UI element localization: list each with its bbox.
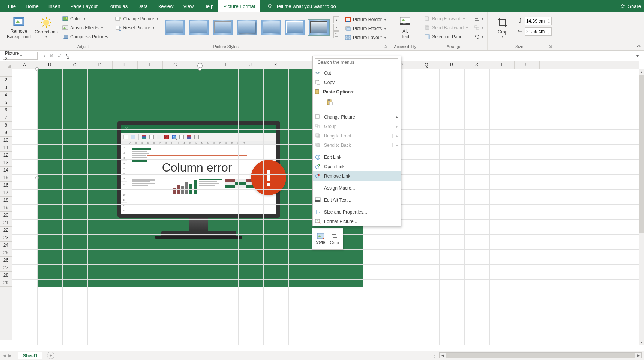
ctx-open-link[interactable]: Open Link [313, 162, 401, 171]
tab-help[interactable]: Help [198, 0, 218, 12]
chevron-down-icon[interactable]: ▾ [20, 54, 36, 57]
row-header-24[interactable]: 24 [0, 242, 12, 249]
row-header-17[interactable]: 17 [0, 189, 12, 197]
style-thumb-4[interactable] [237, 20, 257, 35]
new-sheet-button[interactable]: ＋ [47, 352, 54, 359]
col-header-C[interactable]: C [62, 61, 87, 69]
collapse-ribbon-button[interactable] [635, 43, 642, 49]
row-header-12[interactable]: 12 [0, 152, 12, 159]
sheet-tab-1[interactable]: Sheet1 [18, 352, 42, 359]
height-input[interactable]: ▴▾ [525, 17, 552, 25]
row-header-13[interactable]: 13 [0, 159, 12, 167]
color-button[interactable]: Color▾ [61, 15, 110, 23]
scroll-down-button[interactable]: ▾ [639, 339, 644, 345]
rotate-button[interactable]: ▾ [473, 33, 485, 41]
height-down[interactable]: ▾ [546, 21, 551, 25]
ctx-assign-macro[interactable]: Assign Macro... [313, 183, 401, 193]
style-thumb-5[interactable] [261, 20, 281, 35]
change-picture-button[interactable]: Change Picture▾ [114, 15, 160, 23]
align-button[interactable]: ▾ [473, 15, 485, 23]
row-header-2[interactable]: 2 [0, 77, 12, 84]
width-up[interactable]: ▴ [546, 28, 551, 32]
row-header-9[interactable]: 9 [0, 129, 12, 137]
tab-insert[interactable]: Insert [44, 0, 66, 12]
row-header-26[interactable]: 26 [0, 257, 12, 264]
col-header-A[interactable]: A [12, 61, 37, 69]
ctx-copy[interactable]: Copy [313, 78, 401, 87]
tab-picture-format[interactable]: Picture Format [218, 0, 260, 12]
row-header-7[interactable]: 7 [0, 114, 12, 122]
row-header-18[interactable]: 18 [0, 197, 12, 204]
tell-me-search[interactable]: Tell me what you want to do [267, 3, 336, 9]
tab-data[interactable]: Data [132, 0, 152, 12]
select-all-corner[interactable] [0, 61, 12, 69]
tab-file[interactable]: File [3, 0, 21, 12]
tab-scroll-split[interactable]: ⋮ [432, 353, 437, 358]
row-header-11[interactable]: 11 [0, 144, 12, 152]
scroll-left-button[interactable]: ◀ [440, 353, 446, 358]
gallery-up-button[interactable]: ▴ [333, 16, 339, 23]
compress-pictures-button[interactable]: Compress Pictures [61, 33, 110, 41]
ctx-change-picture[interactable]: Change Picture▶ [313, 112, 401, 122]
style-thumb-1[interactable] [165, 20, 185, 35]
col-header-Q[interactable]: Q [414, 61, 439, 69]
formula-dropdown[interactable]: ▾ [44, 54, 45, 58]
sheet-nav-next[interactable]: ▶ [8, 352, 12, 359]
selection-pane-button[interactable]: Selection Pane [423, 33, 469, 41]
row-header-27[interactable]: 27 [0, 264, 12, 272]
ctx-edit-link[interactable]: Edit Link [313, 152, 401, 162]
tab-view[interactable]: View [178, 0, 198, 12]
width-down[interactable]: ▾ [546, 32, 551, 35]
alt-text-button[interactable]: ABC Alt Text [392, 14, 418, 41]
row-header-4[interactable]: 4 [0, 92, 12, 99]
row-header-16[interactable]: 16 [0, 182, 12, 189]
col-header-K[interactable]: K [263, 61, 288, 69]
col-header-E[interactable]: E [113, 61, 138, 69]
row-header-28[interactable]: 28 [0, 272, 12, 279]
tab-home[interactable]: Home [21, 0, 44, 12]
style-thumb-2[interactable] [189, 20, 209, 35]
col-header-B[interactable]: B [37, 61, 62, 69]
picture-effects-button[interactable]: Picture Effects▾ [344, 24, 387, 33]
ctx-edit-alt-text[interactable]: Edit Alt Text... [313, 195, 401, 205]
row-header-19[interactable]: 19 [0, 204, 12, 212]
row-header-3[interactable]: 3 [0, 84, 12, 92]
tab-formulas[interactable]: Formulas [102, 0, 132, 12]
reset-picture-button[interactable]: Reset Picture▾ [114, 24, 160, 32]
width-input[interactable]: ▴▾ [525, 27, 552, 36]
col-header-U[interactable]: U [515, 61, 540, 69]
col-header-D[interactable]: D [87, 61, 113, 69]
col-header-G[interactable]: G [163, 61, 188, 69]
scroll-right-button[interactable]: ▶ [635, 353, 641, 358]
col-header-J[interactable]: J [238, 61, 263, 69]
ctx-size-properties[interactable]: Size and Properties... [313, 207, 401, 217]
row-header-6[interactable]: 6 [0, 107, 12, 114]
artistic-effects-button[interactable]: Artistic Effects▾ [61, 24, 110, 32]
row-header-10[interactable]: 10 [0, 137, 12, 144]
name-box[interactable]: Picture 2▾ [3, 52, 38, 60]
row-header-1[interactable]: 1 [0, 69, 12, 77]
vertical-scrollbar[interactable]: ▴ ▾ [639, 69, 644, 345]
hscroll-thumb[interactable] [446, 353, 635, 358]
remove-background-button[interactable]: Remove Background [6, 14, 32, 41]
ctx-remove-link[interactable]: Remove Link [313, 171, 401, 181]
horizontal-scrollbar[interactable]: ◀ ▶ [439, 352, 642, 358]
style-thumb-3[interactable] [213, 20, 233, 35]
paste-option-button[interactable] [325, 98, 335, 107]
height-field[interactable] [525, 18, 546, 24]
row-header-14[interactable]: 14 [0, 167, 12, 174]
row-header-5[interactable]: 5 [0, 99, 12, 107]
corrections-button[interactable]: Corrections ▾ [33, 14, 59, 41]
ctx-cut[interactable]: ✂Cut [313, 68, 401, 78]
resize-handle-n[interactable] [198, 67, 201, 71]
col-header-F[interactable]: F [138, 61, 163, 69]
picture-border-button[interactable]: Picture Border▾ [344, 15, 387, 24]
gallery-more-button[interactable]: ▾― [333, 31, 339, 38]
row-header-21[interactable]: 21 [0, 219, 12, 227]
col-header-I[interactable]: I [213, 61, 238, 69]
share-button[interactable]: Share [620, 3, 641, 9]
row-header-22[interactable]: 22 [0, 227, 12, 234]
tab-review[interactable]: Review [153, 0, 179, 12]
mini-style-button[interactable]: Style [314, 230, 327, 248]
col-header-T[interactable]: T [489, 61, 515, 69]
